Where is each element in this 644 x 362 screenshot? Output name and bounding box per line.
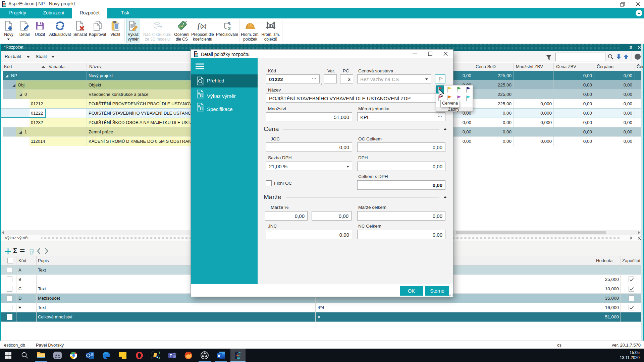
svg-text:(x): (x) (200, 23, 206, 29)
svg-text:2: 2 (228, 26, 231, 31)
svg-text:1: 1 (228, 21, 231, 26)
